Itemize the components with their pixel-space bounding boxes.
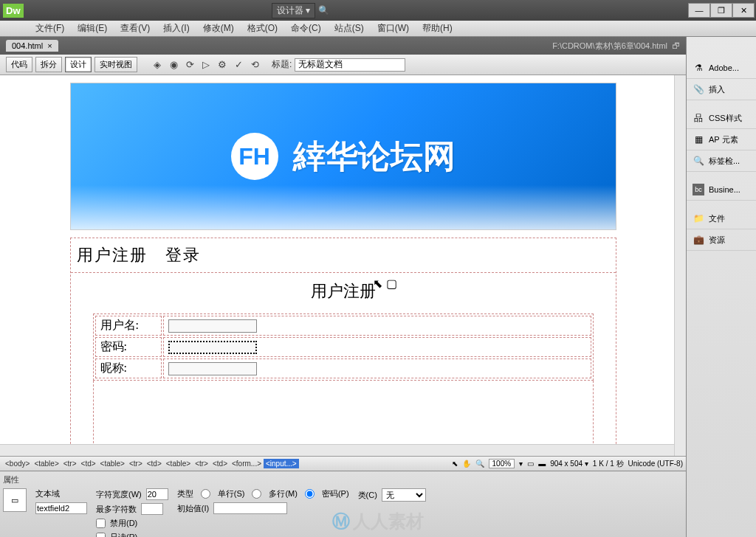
init-value-input[interactable]: [213, 502, 287, 514]
radio-single[interactable]: [201, 489, 210, 499]
class-select[interactable]: 无: [382, 488, 426, 502]
tag-icon: 🔍: [693, 155, 704, 167]
menu-command[interactable]: 命令(C): [285, 21, 327, 36]
screen-icon-2[interactable]: ▬: [538, 460, 546, 468]
toolbar-icon-7[interactable]: ⟲: [248, 58, 261, 72]
menu-bar: 文件(F) 编辑(E) 查看(V) 插入(I) 修改(M) 格式(O) 命令(C…: [0, 21, 756, 37]
banner-image: FH 緈华论坛网: [70, 83, 616, 230]
menu-view[interactable]: 查看(V): [114, 21, 156, 36]
max-chars-input[interactable]: [141, 503, 163, 515]
tag-tr-2[interactable]: <tr>: [127, 459, 145, 468]
tag-table[interactable]: <table>: [32, 459, 61, 468]
form-heading: 用户注册 ⬉ ▢: [93, 280, 594, 302]
business-icon: bc: [693, 184, 704, 195]
menu-window[interactable]: 窗口(W): [371, 21, 415, 36]
type-row-label: 类型: [177, 488, 193, 499]
tag-form[interactable]: <form...>: [230, 459, 264, 468]
disabled-label: 禁用(D): [110, 518, 137, 529]
hand-tool-icon[interactable]: ✋: [462, 460, 471, 468]
document-tab[interactable]: 004.html ×: [6, 40, 58, 52]
disabled-checkbox[interactable]: [96, 519, 106, 528]
banner-logo: FH: [231, 133, 278, 180]
field-name-input[interactable]: [35, 502, 87, 514]
nickname-label: 昵称:: [95, 358, 162, 378]
radio-password[interactable]: [305, 489, 315, 499]
panel-ap[interactable]: ▦AP 元素: [687, 129, 756, 150]
design-canvas[interactable]: FH 緈华论坛网 用户注册 登录 用户注册 ⬉ ▢ 用户名:: [0, 75, 686, 456]
code-view-button[interactable]: 代码: [6, 57, 32, 72]
vertical-scrollbar[interactable]: [674, 75, 686, 456]
menu-insert[interactable]: 插入(I): [157, 21, 195, 36]
username-input[interactable]: [168, 319, 257, 333]
panel-assets[interactable]: 💼资源: [687, 229, 756, 251]
toolbar-icon-6[interactable]: ✓: [232, 58, 245, 72]
tag-td[interactable]: <td>: [79, 459, 98, 468]
tag-table-2[interactable]: <table>: [98, 459, 127, 468]
close-button[interactable]: ✕: [732, 3, 755, 18]
files-icon: 📁: [693, 212, 704, 224]
tag-body[interactable]: <body>: [3, 459, 32, 468]
cursor-icon: ⬉ ▢: [373, 277, 396, 291]
tag-td-3[interactable]: <td>: [210, 459, 230, 468]
toolbar-icon-1[interactable]: ◈: [151, 58, 164, 72]
design-view-button[interactable]: 设计: [65, 57, 92, 72]
screen-icon[interactable]: ▭: [527, 460, 534, 468]
password-label: 密码:: [95, 337, 162, 357]
panel-insert[interactable]: 📎插入: [687, 79, 756, 100]
form-table: 用户名: 密码: 昵称:: [93, 313, 594, 381]
tag-tr-3[interactable]: <tr>: [193, 459, 210, 468]
menu-modify[interactable]: 修改(M): [197, 21, 240, 36]
live-view-button[interactable]: 实时视图: [94, 57, 137, 72]
zoom-tool-icon[interactable]: 🔍: [475, 460, 484, 468]
properties-header: 属性: [3, 474, 683, 485]
panel-tag[interactable]: 🔍标签检...: [687, 150, 756, 172]
menu-help[interactable]: 帮助(H): [416, 21, 458, 36]
menu-edit[interactable]: 编辑(E): [72, 21, 113, 36]
password-input[interactable]: [168, 341, 257, 354]
readonly-checkbox[interactable]: [96, 533, 106, 537]
tag-tr[interactable]: <tr>: [61, 459, 79, 468]
toolbar-icon-2[interactable]: ◉: [167, 58, 180, 72]
nickname-input[interactable]: [168, 362, 257, 375]
max-chars-label: 最多字符数: [96, 504, 137, 515]
menu-format[interactable]: 格式(O): [241, 21, 284, 36]
adobe-icon: ⚗: [693, 62, 704, 74]
toolbar-icon-5[interactable]: ⚙: [216, 58, 229, 72]
type-label: 文本域: [35, 488, 87, 499]
path-icon[interactable]: 🗗: [672, 41, 680, 50]
horizontal-scrollbar[interactable]: [0, 444, 674, 456]
tab-label: 004.html: [12, 41, 43, 50]
minimize-button[interactable]: —: [688, 3, 710, 18]
split-view-button[interactable]: 拆分: [35, 57, 62, 72]
title-input[interactable]: [295, 58, 405, 72]
properties-panel: 属性 ▭ 文本域 字符宽度(W) 最多字符数: [0, 471, 686, 537]
css-icon: 品: [693, 112, 704, 124]
menu-file[interactable]: 文件(F): [30, 21, 70, 36]
panel-business[interactable]: bcBusine...: [687, 179, 756, 201]
char-width-label: 字符宽度(W): [96, 489, 142, 500]
designer-dropdown[interactable]: 设计器 ▾: [272, 3, 315, 18]
side-panels: ⚗Adobe... 📎插入 品CSS样式 ▦AP 元素 🔍标签检... bcBu…: [686, 37, 756, 537]
tag-td-2[interactable]: <td>: [145, 459, 164, 468]
char-width-input[interactable]: [146, 488, 168, 500]
search-icon[interactable]: 🔍: [318, 5, 329, 15]
banner-title: 緈华论坛网: [293, 135, 456, 179]
zoom-level[interactable]: 100%: [489, 459, 515, 468]
username-label: 用户名:: [95, 316, 162, 336]
restore-button[interactable]: ❐: [710, 3, 732, 18]
panel-files[interactable]: 📁文件: [687, 208, 756, 229]
panel-adobe[interactable]: ⚗Adobe...: [687, 58, 756, 79]
tag-table-3[interactable]: <table>: [164, 459, 193, 468]
pointer-tool-icon[interactable]: ⬉: [452, 460, 458, 468]
assets-icon: 💼: [693, 234, 704, 246]
tab-close-icon[interactable]: ×: [47, 41, 52, 50]
document-path: F:\CDROM\素材\第6章\004.html 🗗: [552, 41, 680, 52]
radio-multi[interactable]: [252, 489, 261, 499]
toolbar-icon-4[interactable]: ▷: [199, 58, 213, 72]
panel-css[interactable]: 品CSS样式: [687, 108, 756, 129]
menu-site[interactable]: 站点(S): [329, 21, 370, 36]
tag-input[interactable]: <input...>: [264, 459, 299, 468]
readonly-label: 只读(R): [110, 532, 137, 537]
toolbar-icon-3[interactable]: ⟳: [183, 58, 196, 72]
insert-icon: 📎: [693, 83, 704, 95]
